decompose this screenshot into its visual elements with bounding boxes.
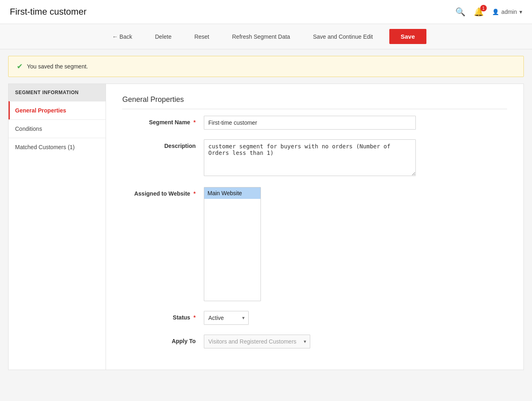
user-icon: 👤 bbox=[492, 9, 499, 15]
status-control: Active Inactive ▾ bbox=[204, 311, 416, 325]
save-button[interactable]: Save bbox=[389, 29, 426, 44]
apply-to-select-wrapper: Visitors and Registered Customers Regist… bbox=[204, 335, 310, 348]
sidebar: SEGMENT INFORMATION General Properties C… bbox=[8, 84, 106, 370]
main-content: SEGMENT INFORMATION General Properties C… bbox=[8, 84, 524, 370]
website-option-main[interactable]: Main Website bbox=[204, 187, 260, 199]
chevron-down-icon: ▾ bbox=[519, 9, 522, 15]
admin-user-menu[interactable]: 👤 admin ▾ bbox=[492, 9, 522, 15]
description-row: Description customer segment for buyers … bbox=[122, 139, 507, 177]
success-icon: ✔ bbox=[17, 62, 23, 71]
sidebar-item-general-properties[interactable]: General Properties bbox=[9, 101, 106, 119]
status-select[interactable]: Active Inactive bbox=[204, 311, 249, 325]
success-banner: ✔ You saved the segment. bbox=[8, 56, 524, 77]
assigned-website-row: Assigned to Website * Main Website bbox=[122, 187, 507, 301]
description-control: customer segment for buyers with no orde… bbox=[204, 139, 416, 177]
status-select-wrapper: Active Inactive ▾ bbox=[204, 311, 249, 325]
apply-to-select[interactable]: Visitors and Registered Customers Regist… bbox=[204, 335, 310, 348]
reset-button[interactable]: Reset bbox=[188, 30, 216, 43]
description-label: Description bbox=[122, 139, 204, 149]
segment-name-control bbox=[204, 116, 416, 130]
sidebar-item-matched-customers[interactable]: Matched Customers (1) bbox=[9, 138, 106, 156]
segment-name-row: Segment Name * bbox=[122, 116, 507, 130]
toolbar: ← Back Delete Reset Refresh Segment Data… bbox=[0, 24, 532, 49]
search-icon[interactable]: 🔍 bbox=[455, 7, 466, 17]
refresh-segment-button[interactable]: Refresh Segment Data bbox=[225, 30, 296, 43]
apply-to-control: Visitors and Registered Customers Regist… bbox=[204, 335, 416, 348]
success-message: You saved the segment. bbox=[27, 63, 88, 70]
sidebar-item-conditions[interactable]: Conditions bbox=[9, 119, 106, 138]
assigned-website-control: Main Website bbox=[204, 187, 416, 301]
description-textarea[interactable]: customer segment for buyers with no orde… bbox=[204, 139, 416, 176]
website-listbox[interactable]: Main Website bbox=[204, 187, 261, 301]
apply-to-row: Apply To Visitors and Registered Custome… bbox=[122, 335, 507, 348]
segment-name-label: Segment Name * bbox=[122, 116, 204, 126]
admin-label: admin bbox=[501, 9, 517, 15]
required-star: * bbox=[194, 314, 196, 321]
sidebar-item-label: General Properties bbox=[15, 107, 66, 114]
sidebar-item-label: Conditions bbox=[15, 126, 42, 132]
page-title: First-time customer bbox=[10, 7, 86, 17]
required-star: * bbox=[194, 190, 196, 197]
assigned-website-label: Assigned to Website * bbox=[122, 187, 204, 197]
delete-button[interactable]: Delete bbox=[148, 30, 178, 43]
apply-to-label: Apply To bbox=[122, 335, 204, 344]
required-star: * bbox=[194, 119, 196, 126]
sidebar-section-title: SEGMENT INFORMATION bbox=[9, 84, 106, 101]
notification-badge: 1 bbox=[480, 5, 487, 11]
save-continue-button[interactable]: Save and Continue Edit bbox=[307, 30, 380, 43]
back-button[interactable]: ← Back bbox=[106, 30, 139, 43]
page-header: First-time customer 🔍 🔔 1 👤 admin ▾ bbox=[0, 0, 532, 24]
form-section-title: General Properties bbox=[122, 95, 507, 109]
status-label: Status * bbox=[122, 311, 204, 321]
segment-name-input[interactable] bbox=[204, 116, 416, 130]
notification-icon[interactable]: 🔔 1 bbox=[474, 7, 484, 17]
status-row: Status * Active Inactive ▾ bbox=[122, 311, 507, 325]
header-icons: 🔍 🔔 1 👤 admin ▾ bbox=[455, 7, 522, 17]
sidebar-item-label: Matched Customers (1) bbox=[15, 144, 75, 150]
form-area: General Properties Segment Name * Descri… bbox=[106, 84, 524, 370]
